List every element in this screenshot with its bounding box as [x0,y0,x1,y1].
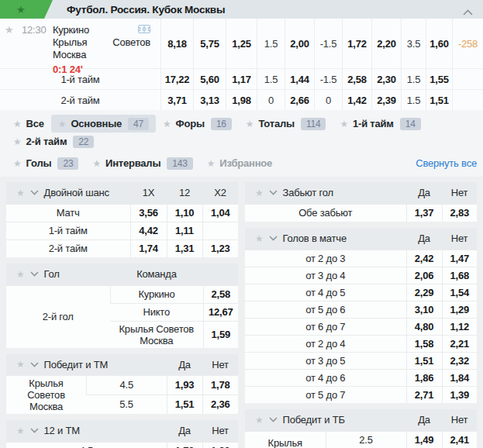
odds-cell[interactable]: 1,93 [202,442,238,448]
star-icon[interactable]: ★ [255,188,264,198]
odds-cell[interactable]: 2,00 [285,19,314,68]
chevron-down-icon[interactable] [269,417,278,422]
match-teams[interactable]: Куркино Крылья Советов Москва 0:1 24' [53,24,150,76]
match-favorite-star-icon[interactable]: ★ [5,24,22,36]
odds-cell[interactable]: 1,37 [406,204,442,222]
odds-cell[interactable]: 1,39 [442,386,477,403]
odds-cell[interactable]: 1,68 [442,267,477,284]
chevron-up-icon[interactable] [463,6,473,18]
star-icon[interactable]: ★ [16,188,25,198]
table-row: от 3 до 42,061,68 [245,267,477,284]
odds-cell[interactable]: 2,83 [442,204,477,222]
odds-cell[interactable]: 1,74 [130,240,167,257]
star-icon[interactable]: ★ [16,426,25,436]
odds-cell[interactable]: 2,29 [406,284,442,301]
odds-cell[interactable]: 2,39 [371,89,401,110]
odds-cell[interactable]: 1,93 [167,376,202,395]
chevron-down-icon[interactable] [269,190,278,195]
odds-cell[interactable]: 2,06 [406,267,442,284]
star-icon[interactable]: ★ [16,269,25,280]
odds-cell[interactable]: 2,21 [442,335,477,352]
chevron-down-icon[interactable] [30,428,39,433]
odds-cell[interactable]: 1,84 [442,369,477,386]
odds-cell[interactable]: 5,75 [193,19,226,68]
odds-cell[interactable]: 1,78 [167,442,202,448]
odds-cell[interactable]: 4,80 [406,318,442,335]
odds-cell[interactable]: 17,22 [160,68,193,89]
odds-cell[interactable]: 2,58 [342,68,371,89]
filter-goals[interactable]: ★Голы23 [6,154,85,172]
odds-cell[interactable]: 1,04 [202,204,238,222]
odds-cell[interactable]: 1,42 [342,89,371,110]
odds-cell[interactable]: 1,47 [442,250,477,267]
odds-cell[interactable]: 1,12 [442,318,477,335]
odds-cell[interactable]: 1,29 [442,301,477,318]
odds-cell[interactable]: 2,32 [442,352,477,369]
odds-cell[interactable]: 2,42 [406,250,442,267]
odds-cell[interactable]: 1,31 [167,240,202,257]
odds-cell[interactable]: 1,60 [426,19,452,68]
filter-half1[interactable]: ★1-й тайм14 [333,115,427,133]
collapse-all-link[interactable]: Свернуть все [416,157,477,169]
filter-main[interactable]: ★Основные47 [51,115,156,133]
odds-cell[interactable]: 1,17 [226,68,257,89]
odds-cell[interactable]: 1,44 [285,68,314,89]
odds-cell[interactable]: 3,71 [160,89,193,110]
odds-cell[interactable]: 1,25 [226,19,257,68]
star-icon[interactable]: ★ [255,233,264,244]
odds-cell[interactable]: 1,59 [203,321,238,348]
markets-column-right: ★Забьют гол Да Нет Обе забьют 1,37 2,83 … [245,182,477,448]
odds-cell[interactable]: 1,23 [202,240,238,257]
odds-cell[interactable]: 1,78 [202,376,238,395]
odds-cell[interactable]: 2,36 [202,395,238,414]
odds-cell[interactable]: 2,58 [203,285,238,303]
odds-cell[interactable]: 3,10 [406,301,442,318]
star-icon: ★ [92,158,101,169]
odds-cell[interactable]: 1,55 [426,68,452,89]
filter-all[interactable]: ★Все [6,115,51,133]
league-favorite-badge[interactable]: ★ [0,0,53,19]
handicap-line: 0 [314,89,342,110]
filter-totals[interactable]: ★Тоталы114 [239,115,333,133]
odds-cell[interactable]: 3,56 [130,204,167,222]
odds-cell[interactable]: 5,60 [193,68,226,89]
filter-handicaps[interactable]: ★Форы16 [156,115,239,133]
match-odds-grid: ★ 12:30 Куркино Крылья Советов Москва 0:… [0,19,483,110]
odds-cell[interactable]: 1,51 [426,89,452,110]
filter-half2[interactable]: ★2-й тайм22 [6,133,101,150]
odds-cell[interactable]: 1,58 [406,335,442,352]
chevron-down-icon[interactable] [30,190,39,195]
empty-cell [452,68,483,89]
star-icon[interactable]: ★ [16,359,25,370]
odds-cell[interactable]: 2,66 [285,89,314,110]
group-label: Крылья Советов Москва [6,376,87,415]
column-header: Да [167,420,202,442]
odds-cell[interactable]: 8,18 [160,19,193,68]
odds-cell[interactable]: 1,98 [226,89,257,110]
odds-cell[interactable]: 1,51 [167,395,202,414]
chevron-down-icon[interactable] [30,362,39,367]
row-label: Обе забьют [245,204,406,222]
odds-cell[interactable]: 1,10 [167,204,202,222]
odds-cell[interactable]: 1,54 [442,284,477,301]
chevron-down-icon[interactable] [30,271,39,277]
odds-cell[interactable]: 2,71 [406,386,442,403]
odds-cell[interactable]: 2,20 [371,19,401,68]
odds-cell[interactable]: 1,51 [406,352,442,369]
odds-cell[interactable]: 1,72 [342,19,371,68]
odds-cell[interactable]: 3,13 [193,89,226,110]
odds-cell[interactable]: 2,41 [442,431,477,448]
chevron-down-icon[interactable] [269,236,278,241]
markets-area: ★Двойной шанс 1X 12 X2 Матч 3,56 1,10 1,… [0,177,483,448]
odds-cell[interactable]: 2,30 [371,68,401,89]
star-icon[interactable]: ★ [255,415,264,426]
filter-intervals[interactable]: ★Интервалы143 [85,154,199,172]
odds-cell[interactable]: 1,11 [167,222,202,240]
pitch-tracker-icon[interactable] [138,24,150,36]
odds-cell[interactable]: 1,49 [406,431,442,448]
odds-cell[interactable]: 12,67 [203,303,238,321]
filter-count: 22 [73,136,94,148]
odds-cell[interactable]: 1,86 [406,369,442,386]
filter-favorites[interactable]: ★Избранное [200,154,279,172]
odds-cell[interactable]: 4,42 [130,222,167,240]
